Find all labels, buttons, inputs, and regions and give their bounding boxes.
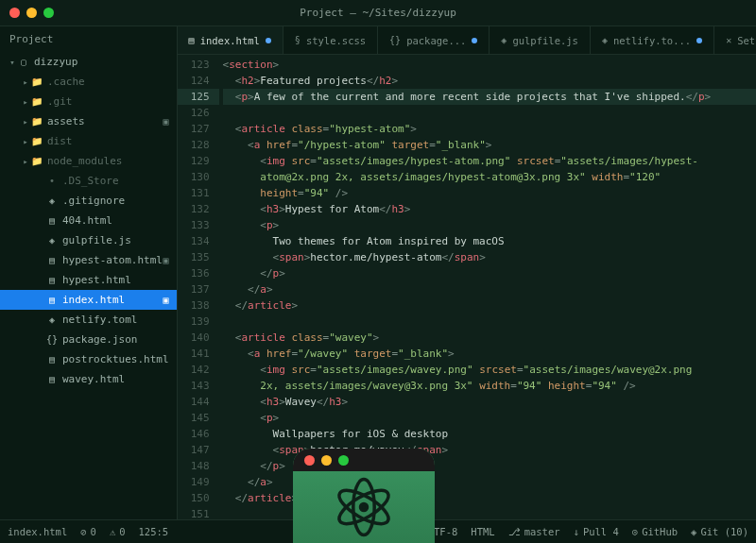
code-editor[interactable]: <section> <h2>Featured projects</h2> <p>… [219,55,756,519]
file-icon: ▤ [45,255,59,265]
maximize-icon[interactable] [43,8,54,18]
chevron-icon: ▸ [21,77,30,87]
tab-file-icon: {} [389,35,401,45]
tab-package-[interactable]: {}package... [378,26,490,54]
tab-label: index.html [200,35,260,46]
tree-item-label: assets [47,115,163,127]
sidebar: Project ▾▢dizzyup▸📁.cache▸📁.git▸📁assets▣… [0,26,178,519]
file-icon: • [45,176,59,186]
modified-dot-icon [472,38,477,43]
file-icon: ▢ [17,57,30,67]
status-pull[interactable]: ↓ Pull 4 [574,526,619,537]
titlebar: Project — ~/Sites/dizzyup [0,0,756,26]
tree-item-hypest-html[interactable]: ▤hypest.html [0,270,177,290]
close-icon[interactable] [9,8,20,18]
tree-item-label: node_modules [47,155,169,167]
tree-item-label: package.json [62,333,169,346]
tab-file-icon: ▤ [189,35,195,45]
file-icon: ◈ [45,235,59,246]
tab-label: style.scss [306,35,366,46]
tree-item-node_modules[interactable]: ▸📁node_modules [0,151,177,171]
tab-label: netlify.to... [613,35,691,46]
tree-item-label: hypest.html [62,274,169,286]
tree-item-label: netlify.toml [62,314,169,326]
tree-item-label: wavey.html [62,373,169,385]
file-icon: 📁 [30,116,43,127]
tree-item-label: gulpfile.js [62,234,169,246]
chevron-icon: ▸ [21,137,30,146]
file-icon: ▤ [45,295,59,305]
chevron-icon: ▸ [21,157,30,166]
modified-icon: ▣ [163,295,169,305]
tree-item-assets[interactable]: ▸📁assets▣ [0,111,177,131]
file-tree: ▾▢dizzyup▸📁.cache▸📁.git▸📁assets▣▸📁dist▸📁… [0,52,177,519]
tab-file-icon: ◈ [501,35,507,45]
status-errors[interactable]: ⊘ 0 [80,526,96,537]
file-icon: ▤ [45,374,59,384]
modified-icon: ▣ [163,255,169,265]
window-controls [9,8,54,18]
project-header: Project [0,26,177,52]
tree-item--cache[interactable]: ▸📁.cache [0,72,177,92]
tree-item-gulpfile-js[interactable]: ◈gulpfile.js [0,230,177,250]
file-icon: 📁 [30,136,43,146]
tree-item-label: .DS_Store [62,175,169,187]
file-icon: ▤ [45,215,59,226]
tab-label: Settings [737,35,756,46]
status-branch[interactable]: ⎇ master [508,526,560,537]
tree-item-wavey-html[interactable]: ▤wavey.html [0,369,177,389]
tree-item-hypest-atom-html[interactable]: ▤hypest-atom.html▣ [0,250,177,270]
file-icon: {} [45,334,59,345]
file-icon: 📁 [30,156,43,166]
tree-item-index-html[interactable]: ▤index.html▣ [0,290,177,310]
tree-item-404-html[interactable]: ▤404.html [0,211,177,230]
file-icon: 📁 [30,96,43,107]
tab-label: package... [406,35,466,46]
tree-item-label: .gitignore [62,195,169,207]
tree-item-netlify-toml[interactable]: ◈netlify.toml [0,310,177,330]
tree-item-dist[interactable]: ▸📁dist [0,131,177,151]
status-file[interactable]: index.html [8,526,67,537]
tab-gulpfile-js[interactable]: ◈gulpfile.js [490,26,591,54]
tab-style-scss[interactable]: §style.scss [284,26,378,54]
file-icon: ▤ [45,354,59,365]
tab-file-icon: ✕ [726,35,731,45]
tree-item-label: dist [47,135,169,147]
status-warnings[interactable]: ⚠ 0 [110,526,126,537]
tab-bar: ▤index.html§style.scss{}package...◈gulpf… [178,26,756,55]
modified-icon: ▣ [163,116,169,127]
tree-item-label: .cache [47,76,169,88]
tab-netlify-to-[interactable]: ◈netlify.to... [591,26,714,54]
atom-app-icon [293,449,435,543]
tab-Settings[interactable]: ✕Settings [714,26,756,54]
tree-item--DS_Store[interactable]: •.DS_Store [0,171,177,191]
tree-item-package-json[interactable]: {}package.json [0,330,177,349]
tab-label: gulpfile.js [512,35,578,46]
modified-dot-icon [266,38,271,43]
tab-file-icon: § [295,35,301,45]
tree-item--gitignore[interactable]: ◈.gitignore [0,191,177,211]
status-github[interactable]: ⊙ GitHub [632,526,678,537]
tree-item-label: 404.html [62,214,169,227]
file-icon: ◈ [45,314,59,325]
modified-dot-icon [696,38,702,43]
tree-item-label: postrocktues.html [62,353,169,365]
tree-item-label: dizzyup [34,56,169,68]
window-title: Project — ~/Sites/dizzyup [300,7,456,19]
chevron-icon: ▾ [8,58,17,67]
file-icon: ▤ [45,275,59,285]
tab-index-html[interactable]: ▤index.html [178,26,284,54]
minimize-icon[interactable] [26,8,37,18]
status-cursor[interactable]: 125:5 [139,526,169,537]
tree-item-dizzyup[interactable]: ▾▢dizzyup [0,52,177,72]
editor-area: ▤index.html§style.scss{}package...◈gulpf… [178,26,756,519]
tree-item-label: .git [47,95,169,108]
file-icon: 📁 [30,76,43,87]
tree-item--git[interactable]: ▸📁.git [0,92,177,111]
tab-file-icon: ◈ [602,35,608,45]
chevron-icon: ▸ [21,97,30,107]
status-language[interactable]: HTML [471,526,494,537]
status-git[interactable]: ◈ Git (10) [691,526,748,537]
tree-item-postrocktues-html[interactable]: ▤postrocktues.html [0,349,177,369]
line-gutter: 1231241251261271281291301311321331341351… [178,55,219,519]
